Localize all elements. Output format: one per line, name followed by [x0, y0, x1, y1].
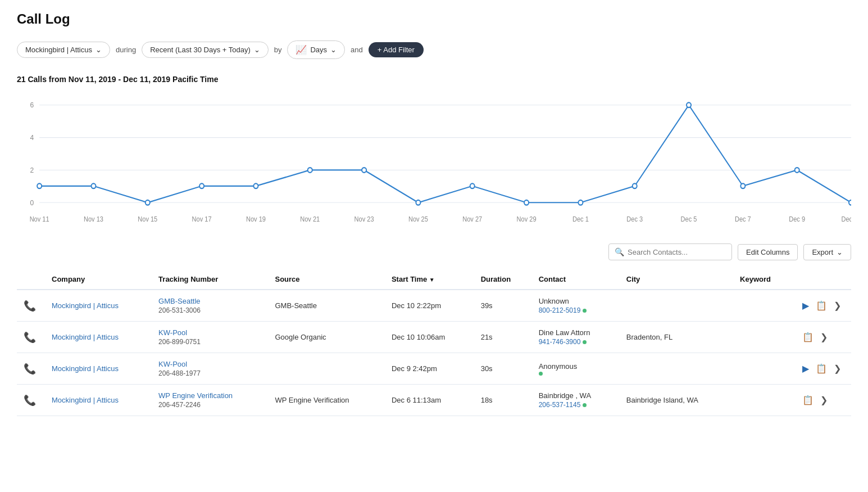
- svg-point-9: [91, 183, 96, 188]
- expand-button[interactable]: ❯: [817, 392, 831, 408]
- line-chart: 6 4 2 0: [17, 93, 851, 228]
- expand-button[interactable]: ❯: [830, 361, 844, 376]
- date-range-filter[interactable]: Recent (Last 30 Days + Today) ⌄: [142, 42, 269, 58]
- svg-text:Nov 23: Nov 23: [355, 216, 374, 223]
- col-starttime[interactable]: Start Time ▼: [385, 269, 474, 290]
- play-button[interactable]: ▶: [799, 298, 812, 313]
- col-company: Company: [45, 269, 152, 290]
- online-dot: [583, 340, 587, 344]
- sort-arrow: ▼: [429, 277, 435, 283]
- export-button[interactable]: Export ⌄: [803, 244, 851, 260]
- city-cell: [620, 353, 733, 385]
- svg-point-12: [253, 183, 258, 188]
- table-toolbar: 🔍 Edit Columns Export ⌄: [17, 243, 851, 260]
- tracking-name-link[interactable]: WP Engine Verification: [158, 391, 261, 400]
- source-cell: Google Organic: [269, 322, 385, 353]
- svg-text:Nov 27: Nov 27: [462, 216, 482, 223]
- svg-text:Nov 17: Nov 17: [192, 216, 212, 223]
- export-chevron: ⌄: [837, 248, 843, 256]
- col-city: City: [620, 269, 733, 290]
- svg-text:0: 0: [30, 198, 34, 207]
- col-tracking: Tracking Number: [152, 269, 268, 290]
- tracking-number: 206-488-1977: [158, 369, 261, 377]
- filters-bar: Mockingbird | Atticus ⌄ during Recent (L…: [17, 40, 851, 59]
- grouping-filter[interactable]: 📈 Days ⌄: [287, 40, 345, 59]
- col-contact: Contact: [532, 269, 620, 290]
- svg-text:Dec 3: Dec 3: [626, 216, 643, 223]
- actions-cell: ▶📋❯: [792, 353, 851, 385]
- contact-phone: 800-212-5019: [539, 306, 613, 314]
- city-cell: [620, 290, 733, 322]
- search-contacts-box[interactable]: 🔍: [608, 243, 732, 260]
- company-filter[interactable]: Mockingbird | Atticus ⌄: [17, 42, 110, 58]
- tracking-name-link[interactable]: GMB-Seattle: [158, 297, 261, 305]
- svg-text:2: 2: [30, 166, 34, 174]
- company-filter-chevron: ⌄: [96, 46, 102, 54]
- play-button[interactable]: ▶: [799, 361, 812, 376]
- svg-point-18: [578, 200, 583, 205]
- svg-point-22: [795, 168, 799, 173]
- col-keyword: Keyword: [733, 269, 792, 290]
- tracking-name-link[interactable]: KW-Pool: [158, 328, 261, 337]
- actions-cell: ▶📋❯: [792, 290, 851, 322]
- row-call-icon: 📞: [17, 353, 45, 385]
- contact-cell: Unknown800-212-5019: [532, 290, 620, 322]
- copy-button[interactable]: 📋: [812, 298, 830, 313]
- add-filter-button[interactable]: + Add Filter: [369, 42, 424, 57]
- online-dot: [583, 403, 587, 407]
- chart-container: 6 4 2 0: [17, 93, 851, 228]
- svg-point-13: [308, 168, 312, 173]
- svg-text:Nov 15: Nov 15: [138, 216, 157, 223]
- phone-icon: 📞: [24, 363, 36, 374]
- duration-cell: 30s: [474, 353, 532, 385]
- table-row: 📞Mockingbird | AtticusWP Engine Verifica…: [17, 385, 851, 416]
- company-link[interactable]: Mockingbird | Atticus: [52, 364, 119, 373]
- contact-name: Bainbridge , WA: [539, 391, 613, 400]
- row-call-icon: 📞: [17, 290, 45, 322]
- trend-icon: 📈: [296, 44, 307, 55]
- copy-button[interactable]: 📋: [799, 392, 817, 408]
- source-cell: GMB-Seattle: [269, 290, 385, 322]
- search-contacts-input[interactable]: [628, 248, 726, 256]
- svg-text:Dec 5: Dec 5: [681, 216, 697, 223]
- svg-point-19: [633, 183, 637, 188]
- online-dot: [583, 309, 587, 313]
- tracking-name-link[interactable]: KW-Pool: [158, 360, 261, 368]
- export-label: Export: [812, 248, 833, 256]
- edit-columns-button[interactable]: Edit Columns: [738, 244, 798, 260]
- company-link[interactable]: Mockingbird | Atticus: [52, 396, 119, 404]
- copy-button[interactable]: 📋: [812, 361, 830, 376]
- grouping-label: Days: [310, 46, 327, 54]
- actions-cell: 📋❯: [792, 385, 851, 416]
- svg-text:Dec 9: Dec 9: [789, 216, 805, 223]
- city-cell: Bradenton, FL: [620, 322, 733, 353]
- phone-icon: 📞: [24, 395, 36, 406]
- company-link[interactable]: Mockingbird | Atticus: [52, 301, 119, 310]
- expand-button[interactable]: ❯: [830, 298, 844, 313]
- col-source: Source: [269, 269, 385, 290]
- keyword-cell: [733, 353, 792, 385]
- edit-columns-label: Edit Columns: [746, 248, 789, 256]
- grouping-chevron: ⌄: [330, 46, 337, 54]
- svg-text:4: 4: [30, 134, 34, 142]
- svg-text:Dec 1: Dec 1: [572, 216, 589, 223]
- expand-button[interactable]: ❯: [817, 329, 831, 345]
- by-label: by: [274, 46, 282, 54]
- table-row: 📞Mockingbird | AtticusKW-Pool206-899-075…: [17, 322, 851, 353]
- svg-point-23: [849, 200, 851, 205]
- during-label: during: [116, 46, 136, 54]
- actions-cell: 📋❯: [792, 322, 851, 353]
- duration-cell: 18s: [474, 385, 532, 416]
- contact-cell: Anonymous: [532, 353, 620, 385]
- svg-text:Nov 21: Nov 21: [300, 216, 320, 223]
- svg-text:Nov 11: Nov 11: [30, 216, 49, 223]
- chart-section: 21 Calls from Nov 11, 2019 - Dec 11, 201…: [17, 75, 851, 228]
- contact-cell: Bainbridge , WA206-537-1145: [532, 385, 620, 416]
- company-link[interactable]: Mockingbird | Atticus: [52, 333, 119, 341]
- svg-text:Dec 11: Dec 11: [842, 216, 851, 223]
- svg-point-16: [470, 183, 475, 188]
- copy-button[interactable]: 📋: [799, 329, 817, 345]
- col-duration: Duration: [474, 269, 532, 290]
- source-cell: [269, 353, 385, 385]
- and-label: and: [351, 46, 363, 54]
